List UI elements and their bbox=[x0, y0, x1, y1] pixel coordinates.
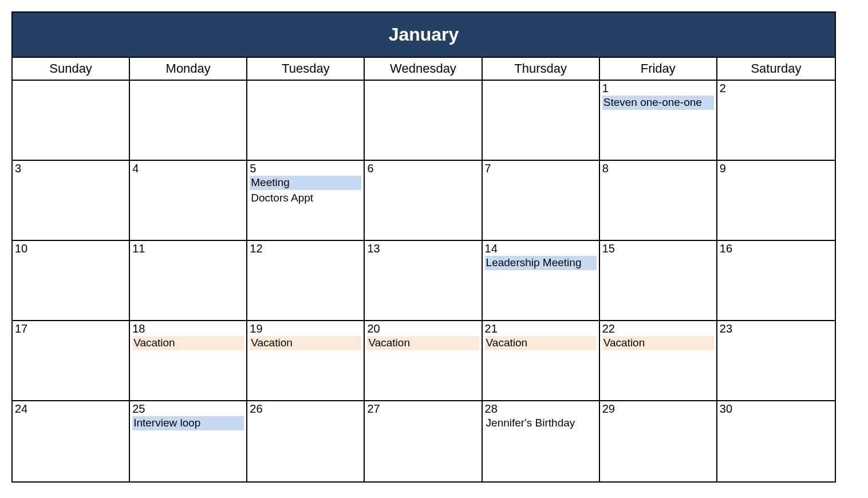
day-cell[interactable]: 8 bbox=[600, 161, 717, 240]
calendar-event[interactable]: Jennifer's Birthday bbox=[485, 416, 597, 430]
calendar-event[interactable]: Steven one-one-one bbox=[602, 96, 714, 110]
day-number: 10 bbox=[15, 242, 127, 255]
calendar-event[interactable]: Interview loop bbox=[132, 416, 244, 430]
day-cell[interactable]: 12 bbox=[247, 241, 365, 320]
day-cell[interactable]: 13 bbox=[365, 241, 482, 320]
day-number: 20 bbox=[367, 322, 479, 335]
calendar-grid: 1Steven one-one-one2345MeetingDoctors Ap… bbox=[13, 81, 835, 481]
day-cell[interactable]: 5MeetingDoctors Appt bbox=[247, 161, 365, 240]
day-number: 22 bbox=[602, 322, 714, 335]
day-cell[interactable]: 30 bbox=[717, 401, 835, 481]
day-header-friday: Friday bbox=[600, 58, 717, 81]
day-cell[interactable]: 6 bbox=[365, 161, 482, 240]
day-number: 12 bbox=[250, 242, 361, 255]
day-number: 3 bbox=[15, 162, 127, 175]
month-title: January bbox=[13, 13, 835, 58]
calendar-event[interactable]: Vacation bbox=[250, 336, 361, 350]
day-cell[interactable]: 4 bbox=[130, 161, 247, 240]
day-number: 6 bbox=[367, 162, 479, 175]
calendar: January Sunday Monday Tuesday Wednesday … bbox=[11, 11, 836, 483]
day-header-monday: Monday bbox=[130, 58, 247, 81]
day-cell[interactable]: 15 bbox=[600, 241, 717, 320]
day-number: 19 bbox=[250, 322, 361, 335]
day-cell[interactable]: 18Vacation bbox=[130, 321, 247, 400]
calendar-event[interactable]: Vacation bbox=[485, 336, 597, 350]
day-header-tuesday: Tuesday bbox=[247, 58, 365, 81]
day-number: 26 bbox=[250, 402, 361, 415]
day-header-saturday: Saturday bbox=[717, 58, 835, 81]
day-number: 25 bbox=[132, 402, 244, 415]
day-number: 15 bbox=[602, 242, 714, 255]
day-number: 21 bbox=[485, 322, 597, 335]
day-cell[interactable]: 19Vacation bbox=[247, 321, 365, 400]
day-number: 11 bbox=[132, 242, 244, 255]
day-cell[interactable]: 16 bbox=[717, 241, 835, 320]
calendar-event[interactable]: Vacation bbox=[132, 336, 244, 350]
day-cell[interactable]: 29 bbox=[600, 401, 717, 481]
day-number: 13 bbox=[367, 242, 479, 255]
day-cell[interactable]: 22Vacation bbox=[600, 321, 717, 400]
day-cell[interactable]: 9 bbox=[717, 161, 835, 240]
day-cell[interactable]: 11 bbox=[130, 241, 247, 320]
day-cell[interactable]: 10 bbox=[13, 241, 130, 320]
day-header-wednesday: Wednesday bbox=[365, 58, 482, 81]
day-number: 27 bbox=[367, 402, 479, 415]
calendar-week: 1Steven one-one-one2 bbox=[13, 81, 835, 161]
day-cell[interactable]: 23 bbox=[717, 321, 835, 400]
day-headers-row: Sunday Monday Tuesday Wednesday Thursday… bbox=[13, 58, 835, 81]
day-number: 9 bbox=[720, 162, 833, 175]
day-number: 1 bbox=[602, 82, 714, 94]
day-cell[interactable]: 20Vacation bbox=[365, 321, 482, 400]
day-header-sunday: Sunday bbox=[13, 58, 130, 81]
day-number: 23 bbox=[720, 322, 833, 335]
day-number: 4 bbox=[132, 162, 244, 175]
day-number: 24 bbox=[15, 402, 127, 415]
day-number: 29 bbox=[602, 402, 714, 415]
day-number: 16 bbox=[720, 242, 833, 255]
day-cell[interactable]: 3 bbox=[13, 161, 130, 240]
day-cell[interactable]: 26 bbox=[247, 401, 365, 481]
day-cell[interactable] bbox=[365, 81, 482, 160]
day-number: 18 bbox=[132, 322, 244, 335]
day-cell[interactable]: 2 bbox=[717, 81, 835, 160]
calendar-event[interactable]: Vacation bbox=[602, 336, 714, 350]
day-cell[interactable]: 24 bbox=[13, 401, 130, 481]
day-cell[interactable] bbox=[483, 81, 600, 160]
day-number: 28 bbox=[485, 402, 597, 415]
day-header-thursday: Thursday bbox=[483, 58, 600, 81]
day-number: 14 bbox=[485, 242, 597, 255]
day-number: 5 bbox=[250, 162, 361, 175]
day-cell[interactable] bbox=[13, 81, 130, 160]
day-cell[interactable]: 25Interview loop bbox=[130, 401, 247, 481]
day-cell[interactable]: 21Vacation bbox=[483, 321, 600, 400]
day-cell[interactable] bbox=[130, 81, 247, 160]
day-number: 7 bbox=[485, 162, 597, 175]
day-cell[interactable]: 1Steven one-one-one bbox=[600, 81, 717, 160]
calendar-week: 345MeetingDoctors Appt6789 bbox=[13, 161, 835, 241]
calendar-event[interactable]: Vacation bbox=[367, 336, 479, 350]
calendar-event[interactable]: Meeting bbox=[250, 176, 361, 190]
calendar-week: 1011121314Leadership Meeting1516 bbox=[13, 241, 835, 321]
day-cell[interactable]: 28Jennifer's Birthday bbox=[483, 401, 600, 481]
day-cell[interactable] bbox=[247, 81, 365, 160]
day-number: 17 bbox=[15, 322, 127, 335]
calendar-week: 2425Interview loop262728Jennifer's Birth… bbox=[13, 401, 835, 481]
day-cell[interactable]: 14Leadership Meeting bbox=[483, 241, 600, 320]
calendar-event[interactable]: Doctors Appt bbox=[250, 191, 361, 205]
day-number: 2 bbox=[720, 82, 833, 94]
day-number: 30 bbox=[720, 402, 833, 415]
day-number: 8 bbox=[602, 162, 714, 175]
day-cell[interactable]: 17 bbox=[13, 321, 130, 400]
day-cell[interactable]: 27 bbox=[365, 401, 482, 481]
calendar-event[interactable]: Leadership Meeting bbox=[485, 256, 597, 270]
calendar-week: 1718Vacation19Vacation20Vacation21Vacati… bbox=[13, 321, 835, 401]
day-cell[interactable]: 7 bbox=[483, 161, 600, 240]
